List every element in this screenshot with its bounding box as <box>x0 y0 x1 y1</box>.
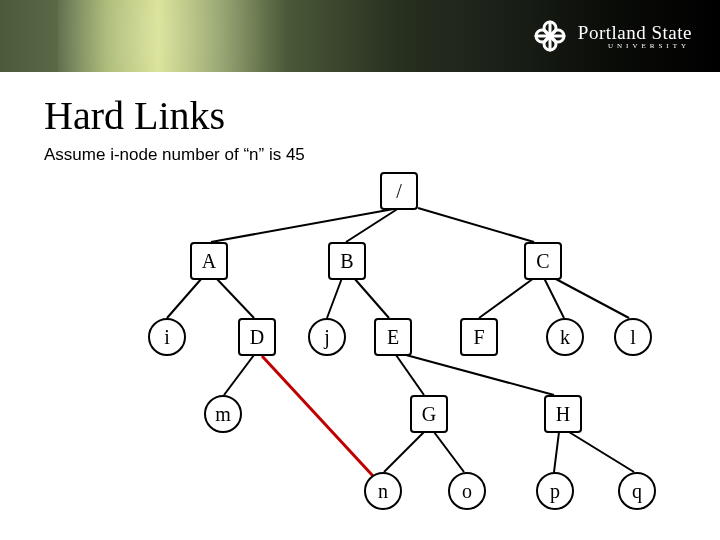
svg-line-9 <box>554 278 629 318</box>
svg-line-3 <box>167 278 202 318</box>
node-A: A <box>190 242 228 280</box>
node-G: G <box>410 395 448 433</box>
svg-line-16 <box>569 432 634 472</box>
node-m: m <box>204 395 242 433</box>
slide-subtitle: Assume i-node number of “n” is 45 <box>44 145 720 165</box>
node-n: n <box>364 472 402 510</box>
svg-line-10 <box>224 355 254 395</box>
svg-line-13 <box>384 432 424 472</box>
node-H: H <box>544 395 582 433</box>
university-logo: Portland State UNIVERSITY <box>532 18 692 54</box>
filesystem-tree: / A B C i D j E F k l m G H n o p q <box>44 170 684 530</box>
logo-main-text: Portland State <box>578 22 692 44</box>
node-D: D <box>238 318 276 356</box>
slide-title: Hard Links <box>44 92 720 139</box>
svg-line-5 <box>327 278 342 318</box>
node-F: F <box>460 318 498 356</box>
svg-line-2 <box>418 208 534 242</box>
svg-line-11 <box>396 355 424 395</box>
logo-icon <box>532 18 568 54</box>
svg-line-6 <box>354 278 389 318</box>
node-k: k <box>546 318 584 356</box>
node-B: B <box>328 242 366 280</box>
node-l: l <box>614 318 652 356</box>
node-C: C <box>524 242 562 280</box>
svg-line-15 <box>554 432 559 472</box>
node-q: q <box>618 472 656 510</box>
node-j: j <box>308 318 346 356</box>
node-E: E <box>374 318 412 356</box>
tree-edges <box>44 170 684 530</box>
svg-line-8 <box>544 278 564 318</box>
svg-line-4 <box>216 278 254 318</box>
svg-line-17 <box>262 356 373 476</box>
svg-line-14 <box>434 432 464 472</box>
node-root: / <box>380 172 418 210</box>
banner-image: Portland State UNIVERSITY <box>0 0 720 72</box>
node-o: o <box>448 472 486 510</box>
node-i: i <box>148 318 186 356</box>
svg-line-12 <box>406 355 554 395</box>
node-p: p <box>536 472 574 510</box>
svg-line-7 <box>479 278 534 318</box>
